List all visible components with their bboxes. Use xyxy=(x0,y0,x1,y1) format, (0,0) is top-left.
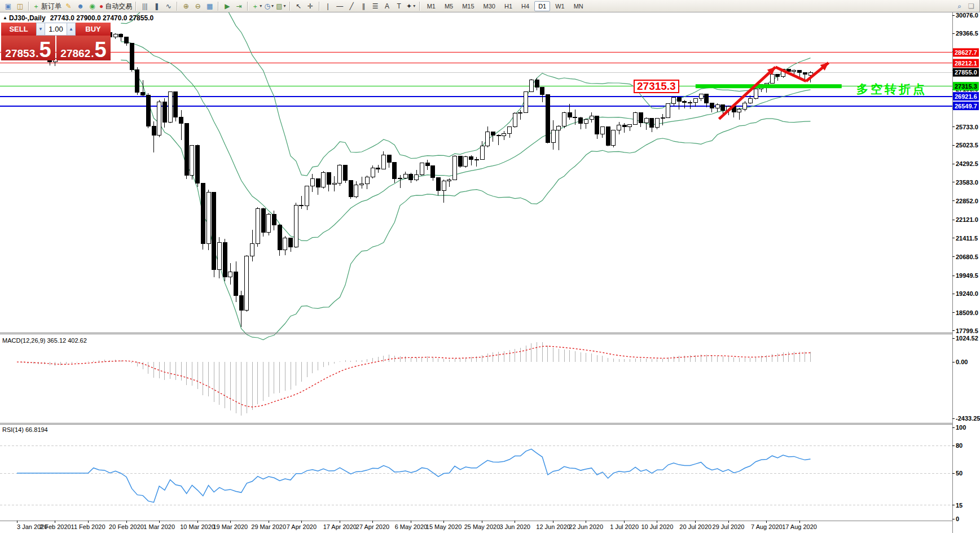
support-trend-segment[interactable] xyxy=(696,84,842,88)
channel-tool-icon[interactable]: ∥ xyxy=(358,1,370,11)
chevron-down-icon: ▾ xyxy=(284,1,286,11)
indicators-dropdown: ＋ xyxy=(252,1,258,11)
chart-area: 30076.029366.528656.027926.027195.026464… xyxy=(0,12,980,533)
buy-price-main: 27862 xyxy=(60,48,90,59)
macd-panel xyxy=(17,342,811,416)
toolbar-separator xyxy=(419,2,420,11)
fibonacci-tool-icon[interactable]: ☰ xyxy=(370,1,381,11)
cursor-tool-icon[interactable]: ↖ xyxy=(293,1,305,11)
line-chart-mode-icon[interactable]: ∿ xyxy=(162,1,174,11)
price-label-27315.3: 27315.3 xyxy=(953,82,979,90)
chart-title: ▲DJ30-,Daily27743.0 27900.0 27470.0 2785… xyxy=(3,14,153,22)
panel-separators[interactable] xyxy=(0,333,980,521)
candles xyxy=(15,28,813,327)
svg-text:10 Mar 2020: 10 Mar 2020 xyxy=(180,523,215,530)
autotrading-button[interactable]: ●自动交易 xyxy=(98,1,133,11)
templates-dropdown[interactable]: ▧▾ xyxy=(275,1,287,11)
svg-text:29 Jul 2020: 29 Jul 2020 xyxy=(713,523,745,530)
timeframe-button-h1[interactable]: H1 xyxy=(500,1,516,11)
chart-shift-icon[interactable]: ⇥ xyxy=(233,1,245,11)
collapse-triangle-icon[interactable]: ▲ xyxy=(3,15,7,20)
new-chart-icon[interactable]: ▣ xyxy=(2,1,14,11)
trendline-tool-icon[interactable]: ╱ xyxy=(346,1,358,11)
timeframe-button-m5[interactable]: M5 xyxy=(441,1,457,11)
toolbar-separator xyxy=(319,2,320,11)
fibonacci-tool-icon: ☰ xyxy=(372,1,379,11)
label-tool-icon[interactable]: T xyxy=(393,1,405,11)
svg-text:22121.0: 22121.0 xyxy=(956,216,978,223)
buy-price[interactable]: 27862.5 xyxy=(56,36,111,60)
timeframe-button-w1[interactable]: W1 xyxy=(551,1,569,11)
signals-icon: ◉ xyxy=(89,1,95,11)
indicators-dropdown[interactable]: ＋▾ xyxy=(251,1,263,11)
sell-button[interactable]: SELL xyxy=(1,23,36,36)
price-callout-label[interactable]: 27315.3 xyxy=(634,80,679,93)
price-label-28627.7: 28627.7 xyxy=(953,48,979,56)
zoom-out-icon[interactable]: ⊖ xyxy=(192,1,204,11)
text-tool-icon[interactable]: A xyxy=(381,1,393,11)
timeframe-button-mn[interactable]: MN xyxy=(570,1,587,11)
zoom-in-icon: ⊕ xyxy=(183,1,189,11)
timeframe-button-d1[interactable]: D1 xyxy=(534,1,550,11)
candlestick-mode-icon[interactable]: ❚ xyxy=(151,1,162,11)
date-axis[interactable]: 3 Jan 20202 Feb 202011 Feb 202020 Feb 20… xyxy=(17,521,817,530)
toolbar-separator xyxy=(289,2,291,11)
svg-text:0.00: 0.00 xyxy=(956,359,968,365)
metaeditor-icon[interactable]: ✎ xyxy=(63,1,74,11)
zoom-in-icon[interactable]: ⊕ xyxy=(180,1,192,11)
rsi-panel xyxy=(0,445,952,505)
svg-text:21411.5: 21411.5 xyxy=(956,235,978,242)
horizontal-line-tool-icon[interactable]: — xyxy=(334,1,346,11)
svg-text:17 Aug 2020: 17 Aug 2020 xyxy=(782,523,817,530)
profiles-icon[interactable]: ◫ xyxy=(14,1,26,11)
volume-decrease-button[interactable]: ▼ xyxy=(36,23,45,36)
tile-windows-icon[interactable]: ▦ xyxy=(204,1,216,11)
navigator-icon[interactable]: ☻ xyxy=(74,1,86,11)
svg-text:17799.5: 17799.5 xyxy=(956,327,978,334)
svg-text:15: 15 xyxy=(956,502,963,509)
svg-text:50: 50 xyxy=(956,470,963,477)
timeframe-button-m30[interactable]: M30 xyxy=(480,1,499,11)
svg-text:10 Jul 2020: 10 Jul 2020 xyxy=(641,523,673,530)
search-icon[interactable]: ⌕ xyxy=(953,1,965,11)
auto-scroll-icon[interactable]: ▶ xyxy=(221,1,233,11)
svg-text:29 Mar 2020: 29 Mar 2020 xyxy=(251,523,286,530)
timeframe-button-m1[interactable]: M1 xyxy=(423,1,440,11)
new-order-button-label: 新订单 xyxy=(41,1,61,11)
vertical-line-tool-icon[interactable]: | xyxy=(322,1,334,11)
svg-text:26921.6: 26921.6 xyxy=(955,93,977,100)
sell-price[interactable]: 27853.5 xyxy=(1,36,55,60)
crosshair-tool-icon: ✛ xyxy=(307,1,313,11)
svg-text:28212.1: 28212.1 xyxy=(955,60,977,67)
timeframe-button-m15[interactable]: M15 xyxy=(458,1,478,11)
symbol-period-label: DJ30-,Daily xyxy=(9,14,46,22)
svg-text:27 Apr 2020: 27 Apr 2020 xyxy=(356,523,389,530)
periods-dropdown[interactable]: ◷▾ xyxy=(263,1,275,11)
svg-text:12 Jun 2020: 12 Jun 2020 xyxy=(536,523,570,530)
chart-canvas[interactable]: 30076.029366.528656.027926.027195.026464… xyxy=(0,12,980,533)
price-label-26921.6: 26921.6 xyxy=(953,92,979,101)
toolbar-separator xyxy=(177,2,178,11)
line-chart-mode-icon: ∿ xyxy=(166,1,172,11)
timeframe-button-h4[interactable]: H4 xyxy=(517,1,533,11)
volume-increase-button[interactable]: ▲ xyxy=(67,23,76,36)
svg-text:19949.5: 19949.5 xyxy=(956,272,978,279)
turning-point-annotation[interactable]: 多空转折点 xyxy=(856,81,927,97)
navigator-icon: ☻ xyxy=(77,1,84,11)
volume-input[interactable] xyxy=(45,23,67,36)
buy-button[interactable]: BUY xyxy=(76,23,111,36)
new-order-button[interactable]: ＋新订单 xyxy=(32,1,63,11)
signals-icon[interactable]: ◉ xyxy=(86,1,98,11)
svg-text:20 Feb 2020: 20 Feb 2020 xyxy=(109,523,144,530)
shapes-dropdown[interactable]: ✦▾ xyxy=(405,1,417,11)
price-axis[interactable]: 30076.029366.528656.027926.027195.026464… xyxy=(952,12,980,533)
tile-windows-icon: ▦ xyxy=(206,1,213,11)
chat-icon[interactable]: ❏ xyxy=(965,1,977,11)
crosshair-tool-icon[interactable]: ✛ xyxy=(305,1,317,11)
svg-text:1 Jul 2020: 1 Jul 2020 xyxy=(610,523,639,530)
profiles-icon: ◫ xyxy=(17,1,23,11)
svg-text:6 May 2020: 6 May 2020 xyxy=(395,523,427,530)
bar-chart-mode-icon[interactable]: ||| xyxy=(139,1,151,11)
macd-indicator-label: MACD(12,26,9) 365.12 402.62 xyxy=(2,337,87,344)
candlestick-mode-icon: ❚ xyxy=(154,1,160,11)
